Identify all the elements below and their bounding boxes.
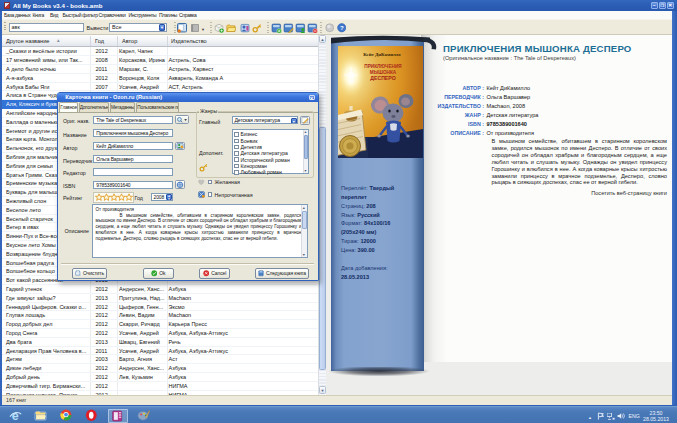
svg-text:МЫШОНКА: МЫШОНКА	[369, 69, 396, 74]
svg-text:?: ?	[339, 24, 343, 31]
svg-text:ПРИКЛЮЧЕНИЯ: ПРИКЛЮЧЕНИЯ	[364, 63, 402, 68]
svg-text:ДЕСПЕРО: ДЕСПЕРО	[370, 75, 396, 81]
svg-text:e: e	[12, 409, 19, 422]
svg-text:Кейт ДиКамилло: Кейт ДиКамилло	[363, 51, 401, 56]
